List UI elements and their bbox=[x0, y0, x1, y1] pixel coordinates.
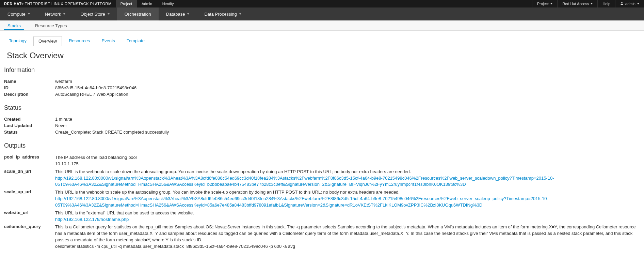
topnav-project-label: Project bbox=[120, 2, 132, 6]
topbar: RED HAT® ENTERPRISE LINUX OPENSTACK PLAT… bbox=[0, 0, 644, 7]
output-pool-ip-val: 10.10.1.175 bbox=[55, 161, 640, 167]
user-menu[interactable]: admin bbox=[615, 0, 644, 7]
section-outputs-title: Outputs bbox=[4, 142, 640, 151]
help-label: Help bbox=[602, 2, 610, 6]
output-website-url-desc: This URL is the "external" URL that can … bbox=[55, 210, 640, 216]
topbar-right: Project Red Hat Access Help admin bbox=[532, 0, 644, 7]
tab-template[interactable]: Template bbox=[122, 36, 149, 46]
brand-logo[interactable]: RED HAT® ENTERPRISE LINUX OPENSTACK PLAT… bbox=[0, 0, 116, 7]
output-pool-ip-desc: The IP address of the load balancing poo… bbox=[55, 154, 640, 161]
info-name-label: Name bbox=[4, 79, 55, 84]
info-name-value: webfarm bbox=[55, 79, 640, 84]
redhat-access-label: Red Hat Access bbox=[562, 2, 589, 6]
stack-tabs: Topology Overview Resources Events Templ… bbox=[4, 36, 640, 46]
brand-sup: ® bbox=[22, 3, 24, 5]
section-status-title: Status bbox=[4, 104, 640, 113]
info-description-label: Description bbox=[4, 92, 55, 97]
output-pool-ip-label: pool_ip_address bbox=[4, 154, 55, 167]
status-lastupdated-value: Never bbox=[55, 123, 640, 128]
mainnav-object-store[interactable]: Object Store bbox=[73, 7, 117, 20]
mainnav-orchestration[interactable]: Orchestration bbox=[117, 7, 159, 20]
topnav-admin-label: Admin bbox=[142, 2, 152, 6]
output-ceilometer-label: ceilometer_query bbox=[4, 224, 55, 250]
status-created-value: 1 minute bbox=[55, 117, 640, 122]
tab-overview[interactable]: Overview bbox=[33, 36, 62, 46]
user-icon bbox=[620, 2, 624, 6]
tab-events-label: Events bbox=[101, 38, 115, 43]
outputs-list: pool_ip_address The IP address of the lo… bbox=[4, 154, 640, 250]
output-website-url-value: This URL is the "external" URL that can … bbox=[55, 210, 640, 223]
subnav-stacks[interactable]: Stacks bbox=[4, 21, 24, 30]
output-scale-up-link[interactable]: http://192.168.122.80:8000/v1/signal/arn… bbox=[55, 196, 548, 208]
status-status-value: Create_Complete: Stack CREATE completed … bbox=[55, 130, 640, 135]
caret-down-icon bbox=[28, 13, 30, 15]
info-id-value: 8f86c3d5-15cf-4a64-b9e8-70215498c046 bbox=[55, 85, 640, 90]
brand-suffix: ENTERPRISE LINUX OPENSTACK PLATFORM bbox=[25, 2, 111, 6]
output-scale-up-value: This URL is the webhook to scale up the … bbox=[55, 189, 640, 209]
caret-down-icon bbox=[108, 13, 110, 15]
tab-events[interactable]: Events bbox=[97, 36, 120, 46]
mainnav-network-label: Network bbox=[45, 12, 61, 17]
page-title: Stack Overview bbox=[7, 51, 640, 60]
svg-point-0 bbox=[621, 2, 623, 3]
subnav-resource-types-label: Resource Types bbox=[35, 23, 67, 28]
project-selector[interactable]: Project bbox=[532, 0, 557, 7]
user-label: admin bbox=[625, 2, 635, 6]
subnav: Stacks Resource Types bbox=[0, 20, 644, 31]
information-list: Name webfarm ID 8f86c3d5-15cf-4a64-b9e8-… bbox=[4, 79, 640, 97]
mainnav-compute[interactable]: Compute bbox=[0, 7, 37, 20]
output-scale-up-label: scale_up_url bbox=[4, 189, 55, 209]
output-scale-dn-label: scale_dn_url bbox=[4, 169, 55, 188]
status-status-label: Status bbox=[4, 130, 55, 135]
status-created-label: Created bbox=[4, 117, 55, 122]
caret-down-icon bbox=[637, 3, 639, 4]
status-list: Created 1 minute Last Updated Never Stat… bbox=[4, 117, 640, 135]
mainnav-network[interactable]: Network bbox=[37, 7, 73, 20]
output-ceilometer-value: This is a Ceilometer query for statistic… bbox=[55, 224, 640, 250]
subnav-resource-types[interactable]: Resource Types bbox=[32, 21, 70, 30]
project-selector-label: Project bbox=[537, 2, 549, 6]
output-scale-dn-link[interactable]: http://192.168.122.80:8000/v1/signal/arn… bbox=[55, 176, 554, 187]
output-website-url-link[interactable]: http://192.168.122.179/hostname.php bbox=[55, 217, 129, 222]
caret-down-icon bbox=[550, 3, 552, 4]
caret-down-icon bbox=[63, 13, 65, 15]
tab-resources-label: Resources bbox=[69, 38, 90, 43]
topnav-identity[interactable]: Identity bbox=[157, 0, 178, 7]
mainnav: Compute Network Object Store Orchestrati… bbox=[0, 7, 644, 20]
output-scale-dn-value: This URL is the webhook to scale down th… bbox=[55, 169, 640, 188]
section-information-title: Information bbox=[4, 66, 640, 75]
output-ceilometer-val: ceilometer statistics -m cpu_util -q met… bbox=[55, 243, 640, 250]
status-lastupdated-label: Last Updated bbox=[4, 123, 55, 128]
brand-prefix: RED HAT bbox=[4, 2, 22, 6]
output-scale-up-desc: This URL is the webhook to scale up the … bbox=[55, 189, 640, 196]
topnav-project[interactable]: Project bbox=[116, 0, 137, 7]
caret-down-icon bbox=[591, 3, 593, 4]
subnav-stacks-label: Stacks bbox=[7, 23, 21, 28]
tab-topology[interactable]: Topology bbox=[4, 36, 31, 46]
topnav-identity-label: Identity bbox=[162, 2, 174, 6]
info-id-label: ID bbox=[4, 85, 55, 90]
output-website-url-label: website_url bbox=[4, 210, 55, 223]
tab-resources[interactable]: Resources bbox=[64, 36, 95, 46]
mainnav-orchestration-label: Orchestration bbox=[125, 12, 151, 17]
topbar-nav: Project Admin Identity bbox=[116, 0, 179, 7]
content: Topology Overview Resources Events Templ… bbox=[0, 31, 644, 268]
help-link[interactable]: Help bbox=[597, 0, 615, 7]
mainnav-data-processing[interactable]: Data Processing bbox=[197, 7, 248, 20]
caret-down-icon bbox=[187, 13, 189, 15]
tab-overview-label: Overview bbox=[38, 39, 57, 44]
mainnav-object-store-label: Object Store bbox=[80, 12, 105, 17]
mainnav-database-label: Database bbox=[166, 12, 185, 17]
tab-template-label: Template bbox=[127, 38, 145, 43]
mainnav-data-processing-label: Data Processing bbox=[204, 12, 237, 17]
mainnav-compute-label: Compute bbox=[7, 12, 26, 17]
tab-topology-label: Topology bbox=[9, 38, 27, 43]
output-ceilometer-desc: This is a Ceilometer query for statistic… bbox=[55, 224, 640, 243]
output-pool-ip-value: The IP address of the load balancing poo… bbox=[55, 154, 640, 167]
redhat-access-menu[interactable]: Red Hat Access bbox=[557, 0, 597, 7]
caret-down-icon bbox=[239, 13, 241, 15]
output-scale-dn-desc: This URL is the webhook to scale down th… bbox=[55, 169, 640, 175]
mainnav-database[interactable]: Database bbox=[159, 7, 197, 20]
info-description-value: AutoScaling RHEL 7 Web Application bbox=[55, 92, 640, 97]
topnav-admin[interactable]: Admin bbox=[137, 0, 157, 7]
